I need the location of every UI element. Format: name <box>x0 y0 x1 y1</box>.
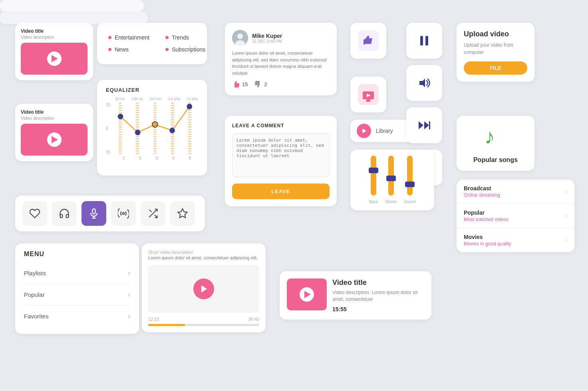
menu-card: MENU Playlists › Popular › Favorites › <box>15 243 139 334</box>
playlists-chevron-icon: › <box>128 269 130 277</box>
play-button-large[interactable] <box>300 287 314 302</box>
mic-button[interactable] <box>81 201 106 226</box>
heart-button[interactable] <box>22 201 47 226</box>
like-count: 15 <box>242 81 248 87</box>
shuffle-icon <box>147 208 159 219</box>
stereo-label: Stereo <box>385 199 397 204</box>
bass-track[interactable] <box>371 156 376 196</box>
popular-chevron-icon[interactable]: › <box>565 212 567 219</box>
broadcast-button[interactable] <box>111 201 136 226</box>
popular-row: Popular Most watched videos › <box>464 209 567 222</box>
svg-text:♪: ♪ <box>485 125 495 148</box>
menu-item-popular[interactable]: Popular › <box>24 284 130 306</box>
category-entertainment[interactable]: Entertainment <box>108 32 149 43</box>
tv-icon-card[interactable] <box>350 77 386 113</box>
play-triangle-1 <box>52 55 58 62</box>
category-trends[interactable]: Trends <box>165 32 205 43</box>
categories-col1: Entertainment News <box>108 32 149 55</box>
star-button[interactable] <box>170 201 195 226</box>
tv-icon <box>358 84 379 105</box>
headphones-icon <box>59 208 70 219</box>
dislike-count: 2 <box>264 81 267 87</box>
avatar-icon <box>232 30 248 46</box>
volume-card[interactable] <box>406 65 442 101</box>
dislike-group: 2 <box>254 80 267 88</box>
svg-point-0 <box>118 114 123 119</box>
svg-marker-25 <box>419 121 423 129</box>
eq-line-svg <box>112 103 198 154</box>
heart-icon <box>29 208 40 219</box>
categories-card: Entertainment News Trends Subscriptions <box>97 23 207 64</box>
sound-thumb[interactable] <box>405 182 415 187</box>
bass-slider-col: Bass <box>369 156 378 204</box>
play-button-1[interactable] <box>47 51 62 66</box>
video-thumb-large[interactable] <box>287 278 327 310</box>
svg-point-2 <box>152 122 158 127</box>
fast-forward-card[interactable] <box>406 107 442 143</box>
pause-icon <box>417 34 431 48</box>
comment-textarea[interactable] <box>232 133 330 177</box>
movies-title: Movies <box>464 234 511 240</box>
svg-point-14 <box>237 34 243 39</box>
eq-hz-5: 14 kHz <box>187 97 198 101</box>
headphones-button[interactable] <box>52 201 77 226</box>
sound-track[interactable] <box>407 156 413 196</box>
video-thumb-1[interactable] <box>21 43 87 75</box>
shuffle-button[interactable] <box>141 201 165 226</box>
sound-slider-col: Sound <box>404 156 415 204</box>
svg-rect-22 <box>420 36 423 45</box>
like-icon-card[interactable] <box>350 23 386 59</box>
svg-point-8 <box>123 213 125 215</box>
bass-thumb[interactable] <box>369 168 378 173</box>
stereo-slider-col: Stereo <box>385 156 397 204</box>
stereo-track[interactable] <box>388 156 394 196</box>
broadcast-chevron-icon[interactable]: › <box>565 188 567 195</box>
most-watched-label: Most watched videos <box>464 217 509 222</box>
broadcast-card: Broadcast Online streaming › Popular Mos… <box>457 180 574 252</box>
category-news[interactable]: News <box>108 43 149 55</box>
progress-bar[interactable] <box>148 324 259 326</box>
user-name: Mike Kuper <box>252 33 282 39</box>
menu-title: MENU <box>24 251 130 258</box>
category-subscriptions[interactable]: Subscriptions <box>165 43 205 55</box>
menu-item-playlists[interactable]: Playlists › <box>24 263 130 284</box>
stack-card-1 <box>0 0 144 12</box>
popular-section: Popular Most watched videos › <box>457 204 574 228</box>
avatar <box>232 30 248 46</box>
library-play-button[interactable] <box>357 124 371 138</box>
pause-card[interactable] <box>406 23 442 59</box>
movies-chevron-icon[interactable]: › <box>565 237 567 244</box>
upload-card: Upload video Upload your video from comp… <box>457 23 534 82</box>
favorites-chevron-icon: › <box>128 312 130 320</box>
movies-info: Movies Movies in good quality <box>464 234 511 247</box>
video-thumb-2[interactable] <box>21 124 87 156</box>
player-current-time: 12:15 <box>148 317 159 322</box>
player-thumb[interactable] <box>148 265 259 313</box>
menu-item-favorites[interactable]: Favorites › <box>24 306 130 327</box>
user-info: Mike Kuper 21 DEC 9:40 PM <box>252 33 282 43</box>
leave-button[interactable]: LEAVE <box>232 184 330 199</box>
equalizer-card: EQUALIZER 60 Hz 230 Hz 910 Hz 3.6 kHz 14… <box>97 80 207 176</box>
broadcast-info: Broadcast Online streaming <box>464 185 500 198</box>
player-play-button[interactable] <box>193 278 214 299</box>
video-duration: 15:55 <box>332 306 424 312</box>
popular-chevron-menu-icon: › <box>128 290 130 299</box>
popular-info: Popular Most watched videos <box>464 209 509 222</box>
svg-rect-17 <box>364 39 365 45</box>
upload-title: Upload video <box>464 30 527 38</box>
eq-hz-2: 230 Hz <box>131 97 143 101</box>
file-button[interactable]: FILE <box>464 61 527 75</box>
sound-label: Sound <box>404 199 415 204</box>
player-long-desc: Lorem ipsum dolor sit amet, consectetuer… <box>148 255 259 260</box>
eq-hz-3: 910 Hz <box>150 97 161 101</box>
comment-card: LEAVE A COMMENT LEAVE <box>225 116 337 206</box>
svg-point-1 <box>135 130 141 135</box>
sliders-inner: Bass Stereo Sound <box>357 156 428 204</box>
music-icon: ♪ <box>483 123 509 148</box>
icons-row <box>15 196 205 231</box>
user-card: Mike Kuper 21 DEC 9:40 PM Lorem ipsum do… <box>225 23 337 95</box>
thumbs-up-large-icon <box>358 30 379 51</box>
popular-label: Popular <box>24 291 45 298</box>
stereo-thumb[interactable] <box>386 176 396 181</box>
play-button-2[interactable] <box>47 132 62 147</box>
